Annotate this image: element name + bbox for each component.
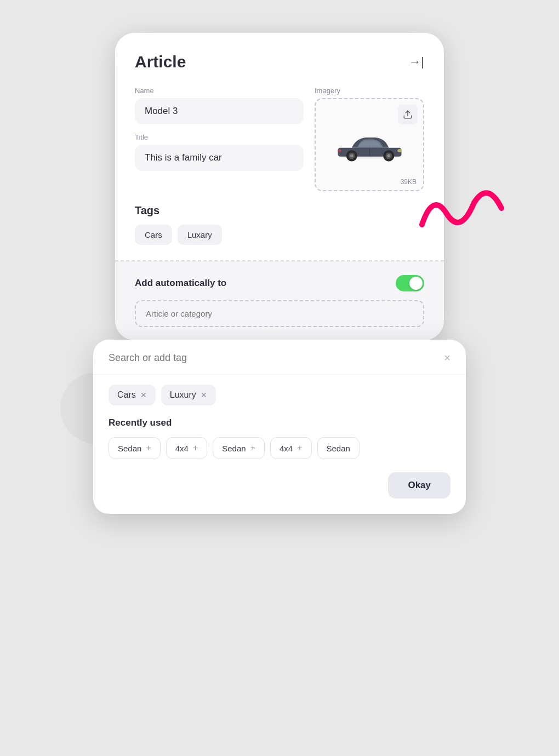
imagery-group: Imagery — [315, 87, 424, 191]
selected-tag-cars-label: Cars — [117, 390, 136, 400]
recent-tag-sedan-1-label: Sedan — [118, 444, 141, 453]
recent-tag-sedan-3[interactable]: Sedan — [317, 437, 360, 459]
tag-modal-wrapper: × Cars ✕ Luxury ✕ Recently used — [93, 340, 466, 514]
add-sedan-2-icon[interactable]: + — [250, 443, 255, 453]
title-label: Title — [135, 133, 304, 141]
article-category-input[interactable] — [135, 300, 424, 327]
tags-row: Cars Luxary — [135, 225, 424, 245]
svg-point-9 — [397, 149, 402, 152]
add-4x4-2-icon[interactable]: + — [297, 443, 302, 453]
svg-point-5 — [350, 154, 353, 157]
recent-tag-sedan-2-label: Sedan — [222, 444, 246, 453]
recent-tag-4x4-2[interactable]: 4x4 + — [270, 437, 312, 459]
add-4x4-1-icon[interactable]: + — [193, 443, 198, 453]
selected-tag-cars[interactable]: Cars ✕ — [109, 385, 156, 405]
imagery-label: Imagery — [315, 87, 424, 95]
tag-chip-cars[interactable]: Cars — [135, 225, 172, 245]
remove-tag-luxury-icon[interactable]: ✕ — [201, 391, 207, 399]
selected-tags-row: Cars ✕ Luxury ✕ — [109, 385, 450, 405]
recent-tag-4x4-2-label: 4x4 — [280, 444, 293, 453]
svg-point-10 — [337, 150, 341, 152]
car-image — [330, 123, 409, 167]
name-label: Name — [135, 87, 304, 95]
recent-tag-sedan-3-label: Sedan — [327, 444, 350, 453]
recent-tag-4x4-1-label: 4x4 — [175, 444, 189, 453]
tags-section: Tags Cars Luxary — [135, 204, 424, 245]
tags-heading: Tags — [135, 204, 424, 217]
form-left: Name Title — [135, 87, 304, 191]
image-size: 39KB — [401, 178, 417, 186]
name-input[interactable] — [135, 98, 304, 124]
navigate-icon[interactable]: →| — [409, 55, 424, 69]
article-heading: Article — [135, 53, 186, 71]
auto-add-row: Add automatically to — [135, 275, 424, 291]
title-input[interactable] — [135, 145, 304, 171]
svg-point-8 — [387, 154, 390, 157]
recently-used-label: Recently used — [109, 417, 450, 428]
bottom-section: Add automatically to — [115, 261, 444, 340]
article-section: Article →| Name Title Imagery — [115, 33, 444, 260]
tag-chip-luxary[interactable]: Luxary — [178, 225, 222, 245]
modal-close-icon[interactable]: × — [444, 352, 450, 364]
upload-icon[interactable] — [398, 105, 418, 124]
article-header: Article →| — [135, 53, 424, 71]
remove-tag-cars-icon[interactable]: ✕ — [140, 391, 147, 399]
recent-tags-row: Sedan + 4x4 + Sedan + 4x4 + — [109, 437, 450, 459]
selected-tag-luxury[interactable]: Luxury ✕ — [161, 385, 216, 405]
recent-tag-4x4-1[interactable]: 4x4 + — [166, 437, 208, 459]
modal-footer: Okay — [109, 472, 450, 499]
modal-search-row: × — [93, 340, 466, 375]
toggle-knob — [409, 277, 423, 290]
imagery-box[interactable]: 39KB — [315, 98, 424, 191]
modal-body: Cars ✕ Luxury ✕ Recently used Sedan + — [93, 375, 466, 514]
auto-add-label: Add automatically to — [135, 278, 226, 289]
phone-card: Article →| Name Title Imagery — [115, 33, 444, 340]
auto-add-toggle[interactable] — [396, 275, 424, 291]
title-field-group: Title — [135, 133, 304, 171]
add-sedan-1-icon[interactable]: + — [146, 443, 151, 453]
form-row: Name Title Imagery — [135, 87, 424, 191]
okay-button[interactable]: Okay — [388, 472, 450, 499]
recent-tag-sedan-2[interactable]: Sedan + — [213, 437, 265, 459]
tag-search-input[interactable] — [109, 352, 438, 364]
squiggle-decoration — [417, 186, 504, 236]
selected-tag-luxury-label: Luxury — [170, 390, 196, 400]
recent-tag-sedan-1[interactable]: Sedan + — [109, 437, 161, 459]
tag-modal: × Cars ✕ Luxury ✕ Recently used — [93, 340, 466, 514]
name-field-group: Name — [135, 87, 304, 124]
